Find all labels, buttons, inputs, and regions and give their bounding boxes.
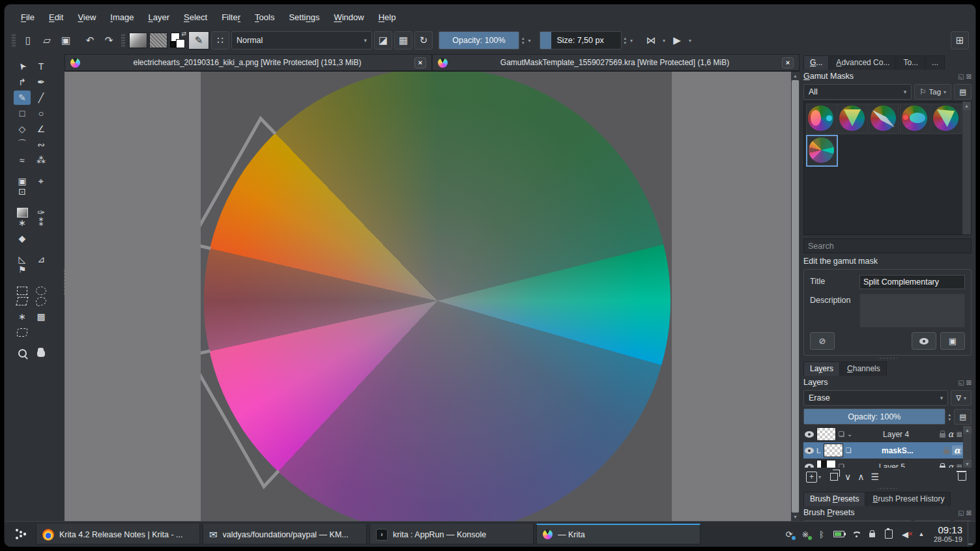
toolbar-handle[interactable]	[12, 33, 16, 48]
size-spinner[interactable]: ▴▾	[624, 36, 627, 45]
docker-tab-advanced-co-[interactable]: Advanced Co...	[829, 55, 896, 70]
opacity-slider[interactable]: Opacity: 100%	[439, 31, 519, 49]
layer-blend-mode-dropdown[interactable]: Erase ▾	[803, 390, 948, 406]
layer-filter-button[interactable]: ∇ ▾	[951, 390, 972, 406]
docker-tab-to-[interactable]: To...	[897, 55, 925, 70]
menu-item-layer[interactable]: Layer	[141, 10, 177, 25]
close-docker-icon[interactable]: ⊠	[966, 379, 972, 386]
gamut-mask-preset-split-complementary[interactable]	[806, 135, 838, 167]
bezier-select-tool[interactable]	[14, 325, 31, 339]
taskbar-task-kmail[interactable]: ✉valdyas/foundation/paypal — KM...	[203, 524, 367, 544]
polyline-tool[interactable]: ∠	[33, 122, 50, 136]
menu-item-filter[interactable]: Filter	[214, 10, 248, 25]
undo-button[interactable]: ↶	[81, 32, 98, 49]
taskbar-task-krita[interactable]: — Krita	[536, 524, 700, 544]
polygon-select-tool[interactable]	[14, 294, 31, 308]
duplicate-layer-button[interactable]	[828, 473, 838, 481]
zoom-tool[interactable]	[14, 346, 31, 360]
float-docker-icon[interactable]: ◱	[958, 379, 964, 386]
taskbar-task-firefox[interactable]: Krita 4.2 Release Notes | Krita - ...	[36, 524, 200, 544]
background-color-swatch[interactable]	[170, 42, 176, 48]
select-shapes-tool[interactable]: ➤	[14, 59, 31, 74]
tray-caret-up-icon[interactable]: ▲	[917, 531, 926, 537]
gamut-mask-preset-3[interactable]	[869, 104, 899, 134]
close-tab-button[interactable]: ×	[414, 57, 426, 68]
pan-tool[interactable]	[33, 346, 50, 360]
swap-colors-icon[interactable]: ⇄	[181, 31, 186, 37]
calligraphy-tool[interactable]: ✒	[33, 75, 50, 89]
line-tool[interactable]: ╱	[33, 91, 50, 105]
gamut-display-mode-button[interactable]: ▤	[954, 84, 972, 100]
open-document-button[interactable]: ▱	[38, 32, 55, 49]
edit-shapes-tool[interactable]: ↱	[14, 75, 31, 89]
application-launcher-button[interactable]	[10, 522, 32, 546]
polygon-tool[interactable]: ◇	[14, 122, 31, 136]
reference-images-tool[interactable]: ⚑	[14, 262, 31, 277]
delete-layer-button[interactable]	[958, 473, 966, 481]
layer-opacity-slider[interactable]: Opacity: 100%	[803, 408, 945, 425]
brush-presets-button[interactable]: ∷	[211, 31, 229, 49]
tray-battery-icon[interactable]	[833, 531, 844, 537]
gamut-tag-button[interactable]: ⚐ Tag ▾	[914, 84, 951, 100]
move-layer-up-button[interactable]: ∧	[857, 472, 864, 482]
add-layer-button[interactable]: +▾	[806, 472, 821, 483]
similar-select-tool[interactable]: ▩	[33, 309, 50, 324]
gamut-mask-preset-2[interactable]	[837, 104, 868, 134]
freehand-path-tool[interactable]: ∾	[33, 137, 50, 152]
menu-item-settings[interactable]: Settings	[281, 10, 326, 25]
layer-inherit-alpha-icon[interactable]: ▦	[957, 431, 962, 438]
docker-splitter[interactable]	[878, 356, 897, 360]
tray-sync-icon[interactable]: ⟳	[785, 530, 794, 539]
docker-tab--[interactable]: ...	[925, 55, 945, 70]
new-document-button[interactable]: ▯	[20, 32, 36, 49]
tray-bluetooth-icon[interactable]: ᛒ	[817, 530, 826, 539]
layer-alpha-icon[interactable]: α	[948, 462, 954, 468]
scroll-up-arrow[interactable]: ▲	[962, 102, 971, 110]
tab-channels[interactable]: Channels	[841, 361, 887, 376]
gamut-search-input[interactable]	[803, 238, 972, 253]
contiguous-select-tool[interactable]: ∗	[14, 309, 31, 324]
redo-button[interactable]: ↷	[100, 32, 117, 49]
chevron-down-icon[interactable]: ▾	[527, 38, 532, 44]
layer-lock-icon[interactable]	[940, 433, 945, 438]
float-docker-icon[interactable]: ◱	[958, 509, 964, 516]
tab-brush-preset-history[interactable]: Brush Preset History	[866, 492, 951, 506]
tray-lock-icon[interactable]	[868, 531, 877, 537]
close-docker-icon[interactable]: ⊠	[966, 509, 972, 516]
scroll-down-arrow[interactable]: ▼	[791, 513, 800, 521]
canvas-vertical-scrollbar[interactable]: ▲ ▼	[791, 72, 800, 521]
float-docker-icon[interactable]: ◱	[958, 73, 964, 80]
menu-item-image[interactable]: Image	[103, 10, 141, 25]
scroll-up-arrow[interactable]: ▲	[791, 72, 800, 80]
preview-mask-button[interactable]	[912, 332, 936, 350]
digital-clock[interactable]: 09:13 28-05-19	[934, 522, 965, 546]
close-tab-button[interactable]: ×	[782, 57, 794, 68]
chevron-down-icon[interactable]: ▾	[629, 38, 634, 44]
fill-tool[interactable]: ◆	[14, 231, 31, 246]
menu-item-tools[interactable]: Tools	[248, 10, 281, 25]
layer-opacity-spinner[interactable]: ▴▾	[948, 412, 952, 421]
menu-item-select[interactable]: Select	[177, 10, 214, 25]
edit-brush-settings-button[interactable]: ✎	[188, 31, 209, 49]
layer-visibility-eye-icon[interactable]	[805, 464, 814, 468]
blending-mode-dropdown[interactable]: Normal ▾	[231, 31, 372, 49]
chevron-down-icon[interactable]: ▾	[661, 38, 667, 44]
layer-lock-icon[interactable]	[944, 449, 949, 454]
pattern-chooser-button[interactable]	[149, 33, 167, 48]
document-tab-1[interactable]: electrichearts_20190316_kiki_a.png [Writ…	[65, 54, 432, 71]
chevron-down-icon[interactable]: ▾	[687, 38, 693, 44]
move-layer-down-button[interactable]: ∨	[844, 472, 851, 482]
tray-wifi-icon[interactable]	[852, 531, 861, 538]
mask-description-input[interactable]	[859, 294, 965, 328]
scroll-down-arrow[interactable]: ▼	[963, 460, 972, 468]
dynamic-brush-tool[interactable]: ≈	[14, 153, 31, 167]
taskbar-task-konsole[interactable]: ›krita : AppRun — Konsole	[369, 524, 534, 544]
document-tab-2[interactable]: GamutMaskTemplate_1559027569.kra [Write …	[432, 54, 800, 71]
scrollbar-thumb[interactable]	[792, 80, 799, 513]
workspace-chooser-button[interactable]: ⊞	[951, 31, 969, 49]
layer-row-layer-5[interactable]: ❏Layer 5α▦	[803, 459, 972, 468]
opacity-spinner[interactable]: ▴▾	[521, 36, 525, 45]
menu-item-edit[interactable]: Edit	[42, 10, 70, 25]
gradient-chooser-button[interactable]	[129, 33, 147, 48]
secondary-color-swatch[interactable]	[176, 39, 185, 48]
